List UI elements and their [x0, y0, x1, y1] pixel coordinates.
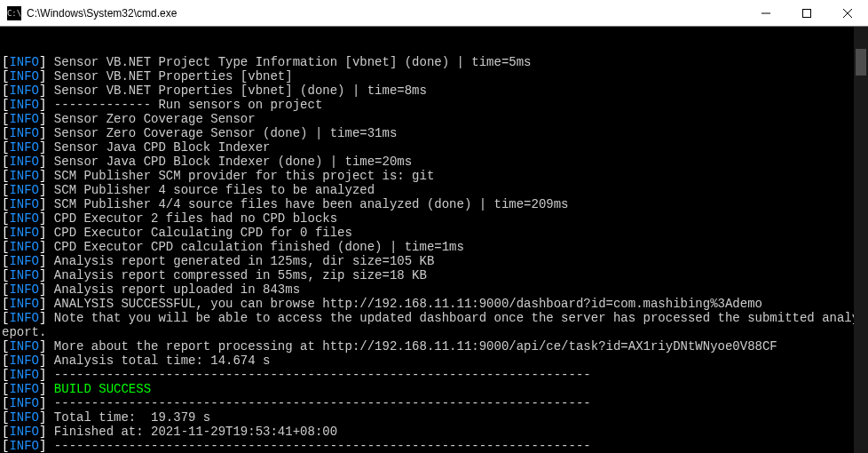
log-level: INFO — [9, 226, 39, 240]
log-message: SCM Publisher 4/4 source files have been… — [54, 197, 569, 211]
log-level: INFO — [9, 126, 39, 140]
minimize-button[interactable] — [746, 0, 786, 27]
maximize-button[interactable] — [786, 0, 827, 27]
log-message: Sensor VB.NET Project Type Information [… — [54, 55, 532, 69]
log-level: INFO — [9, 98, 39, 112]
log-line: [INFO] Sensor VB.NET Project Type Inform… — [2, 55, 868, 69]
log-line: [INFO] Sensor Zero Coverage Sensor — [2, 112, 868, 126]
window-title: C:\Windows\System32\cmd.exe — [27, 7, 177, 20]
log-level: INFO — [9, 240, 39, 254]
log-level: INFO — [9, 254, 39, 268]
log-line: [INFO] Analysis total time: 14.674 s — [2, 354, 868, 368]
svg-rect-1 — [803, 9, 811, 17]
log-message: Sensor Zero Coverage Sensor (done) | tim… — [54, 126, 397, 140]
log-level: INFO — [9, 311, 39, 325]
log-line: [INFO] Finished at: 2021-11-29T19:53:41+… — [2, 425, 868, 439]
log-message: ----------------------------------------… — [54, 368, 591, 382]
log-message: Sensor Java CPD Block Indexer — [54, 140, 271, 155]
log-message: More about the report processing at http… — [54, 339, 777, 354]
log-line: [INFO] Sensor Java CPD Block Indexer — [2, 140, 868, 155]
scrollbar[interactable] — [854, 27, 868, 453]
log-message: CPD Executor CPD calculation finished (d… — [54, 240, 464, 254]
log-line: [INFO] Sensor VB.NET Properties [vbnet] … — [2, 83, 868, 98]
window-titlebar: C:\ C:\Windows\System32\cmd.exe — [0, 0, 868, 27]
log-level: INFO — [9, 83, 39, 98]
log-message: CPD Executor Calculating CPD for 0 files — [54, 226, 352, 240]
log-message: Sensor VB.NET Properties [vbnet] — [54, 69, 293, 83]
log-line: [INFO] SCM Publisher 4/4 source files ha… — [2, 197, 868, 211]
log-line: [INFO] ------------- Run sensors on proj… — [2, 98, 868, 112]
log-message: CPD Executor 2 files had no CPD blocks — [54, 211, 337, 226]
log-message: Analysis report compressed in 55ms, zip … — [54, 268, 427, 282]
scrollbar-thumb[interactable] — [856, 49, 866, 76]
log-line: [INFO] More about the report processing … — [2, 339, 868, 354]
log-level: INFO — [9, 169, 39, 183]
log-level: INFO — [9, 368, 39, 382]
log-level: INFO — [9, 339, 39, 354]
log-level: INFO — [9, 140, 39, 155]
log-level: INFO — [9, 439, 39, 453]
log-message: SCM Publisher SCM provider for this proj… — [54, 169, 434, 183]
log-message: Sensor VB.NET Properties [vbnet] (done) … — [54, 83, 427, 98]
log-message: Sensor Java CPD Block Indexer (done) | t… — [54, 155, 412, 169]
log-message: Analysis report generated in 125ms, dir … — [54, 254, 434, 268]
log-message: eport. — [2, 325, 46, 339]
log-message: Analysis total time: 14.674 s — [54, 354, 271, 368]
log-message: ANALYSIS SUCCESSFUL, you can browse http… — [54, 297, 762, 311]
log-level: INFO — [9, 197, 39, 211]
log-line: [INFO] ---------------------------------… — [2, 439, 868, 453]
log-message: BUILD SUCCESS — [54, 382, 151, 396]
log-message: Note that you will be able to access the… — [54, 311, 868, 325]
cmd-icon: C:\ — [7, 6, 21, 20]
log-message: ----------------------------------------… — [54, 439, 591, 453]
log-line: [INFO] Sensor Java CPD Block Indexer (do… — [2, 155, 868, 169]
log-level: INFO — [9, 268, 39, 282]
log-level: INFO — [9, 183, 39, 197]
log-line: [INFO] CPD Executor 2 files had no CPD b… — [2, 211, 868, 226]
log-message: SCM Publisher 4 source files to be analy… — [54, 183, 375, 197]
log-level: INFO — [9, 354, 39, 368]
log-level: INFO — [9, 396, 39, 410]
log-line: [INFO] SCM Publisher SCM provider for th… — [2, 169, 868, 183]
log-message: ----------------------------------------… — [54, 396, 591, 410]
log-message: ------------- Run sensors on project — [54, 98, 322, 112]
log-line: [INFO] Sensor Zero Coverage Sensor (done… — [2, 126, 868, 140]
log-line: [INFO] Total time: 19.379 s — [2, 410, 868, 425]
log-line: [INFO] ---------------------------------… — [2, 396, 868, 410]
log-message: Finished at: 2021-11-29T19:53:41+08:00 — [54, 425, 337, 439]
log-message: Sensor Zero Coverage Sensor — [54, 112, 256, 126]
log-level: INFO — [9, 211, 39, 226]
log-line: [INFO] Note that you will be able to acc… — [2, 311, 868, 325]
log-line: eport. — [2, 325, 868, 339]
log-line: [INFO] CPD Executor Calculating CPD for … — [2, 226, 868, 240]
terminal-output[interactable]: [INFO] Sensor VB.NET Project Type Inform… — [0, 27, 868, 453]
log-level: INFO — [9, 155, 39, 169]
log-line: [INFO] SCM Publisher 4 source files to b… — [2, 183, 868, 197]
log-line: [INFO] CPD Executor CPD calculation fini… — [2, 240, 868, 254]
log-line: [INFO] Analysis report compressed in 55m… — [2, 268, 868, 282]
log-line: [INFO] Analysis report generated in 125m… — [2, 254, 868, 268]
log-line: [INFO] ---------------------------------… — [2, 368, 868, 382]
log-level: INFO — [9, 410, 39, 425]
log-line: [INFO] Sensor VB.NET Properties [vbnet] — [2, 69, 868, 83]
close-button[interactable] — [827, 0, 868, 27]
log-level: INFO — [9, 55, 39, 69]
log-message: Analysis report uploaded in 843ms — [54, 282, 300, 297]
log-line: [INFO] Analysis report uploaded in 843ms — [2, 282, 868, 297]
log-level: INFO — [9, 112, 39, 126]
log-message: Total time: 19.379 s — [54, 410, 210, 425]
log-level: INFO — [9, 69, 39, 83]
log-level: INFO — [9, 282, 39, 297]
log-line: [INFO] BUILD SUCCESS — [2, 382, 868, 396]
log-level: INFO — [9, 297, 39, 311]
log-line: [INFO] ANALYSIS SUCCESSFUL, you can brow… — [2, 297, 868, 311]
log-level: INFO — [9, 382, 39, 396]
log-level: INFO — [9, 425, 39, 439]
